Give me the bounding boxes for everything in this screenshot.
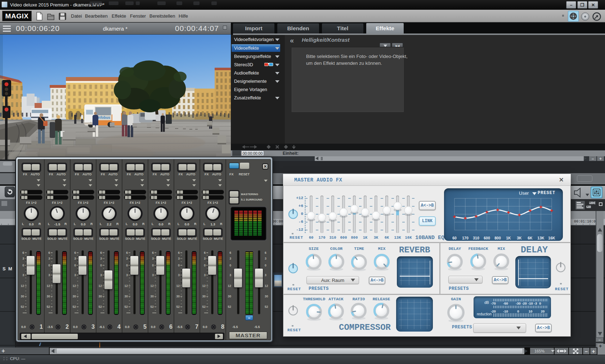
svg-text:10: 10 bbox=[529, 309, 533, 313]
svg-text:-20: -20 bbox=[522, 301, 527, 305]
svg-text:infobus: infobus bbox=[97, 116, 111, 120]
svg-text:6K: 6K bbox=[528, 236, 533, 240]
svg-text:-70: -70 bbox=[491, 301, 496, 305]
svg-text:reduction: reduction bbox=[477, 312, 492, 316]
svg-text:-10: -10 bbox=[503, 309, 508, 313]
svg-text:3K: 3K bbox=[517, 236, 522, 240]
svg-text:-3: -3 bbox=[534, 301, 537, 305]
svg-text:16K: 16K bbox=[548, 236, 555, 240]
svg-text:60: 60 bbox=[452, 236, 457, 240]
svg-text:-50: -50 bbox=[503, 301, 508, 305]
svg-text:1K: 1K bbox=[506, 236, 511, 240]
svg-text:170: 170 bbox=[462, 236, 469, 240]
svg-text:13K: 13K bbox=[537, 236, 544, 240]
svg-text:310: 310 bbox=[473, 236, 479, 240]
svg-text:600: 600 bbox=[484, 236, 490, 240]
svg-text:-30: -30 bbox=[516, 301, 521, 305]
svg-text:20: 20 bbox=[541, 309, 545, 313]
svg-text:-20: -20 bbox=[491, 309, 496, 313]
svg-text:800: 800 bbox=[494, 236, 501, 240]
svg-text:0: 0 bbox=[517, 309, 519, 313]
svg-text:-10: -10 bbox=[528, 301, 533, 305]
svg-text:0: 0 bbox=[539, 301, 541, 305]
svg-text:dB: dB bbox=[484, 300, 489, 305]
